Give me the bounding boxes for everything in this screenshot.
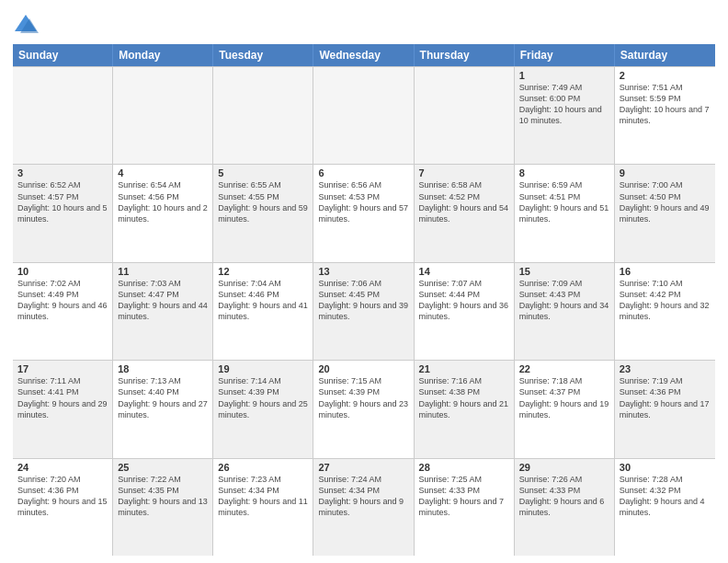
calendar-cell-30: 30Sunrise: 7:28 AM Sunset: 4:32 PM Dayli… (615, 459, 715, 556)
calendar-cell-11: 11Sunrise: 7:03 AM Sunset: 4:47 PM Dayli… (113, 263, 213, 360)
day-number: 6 (318, 167, 408, 178)
day-info: Sunrise: 6:55 AM Sunset: 4:55 PM Dayligh… (218, 179, 308, 224)
header-day-saturday: Saturday (615, 44, 715, 66)
day-number: 23 (620, 363, 711, 374)
day-info: Sunrise: 7:00 AM Sunset: 4:50 PM Dayligh… (620, 179, 711, 224)
calendar-cell-12: 12Sunrise: 7:04 AM Sunset: 4:46 PM Dayli… (213, 263, 313, 360)
day-info: Sunrise: 7:19 AM Sunset: 4:36 PM Dayligh… (620, 375, 711, 420)
calendar-cell-15: 15Sunrise: 7:09 AM Sunset: 4:43 PM Dayli… (515, 263, 615, 360)
calendar-cell-empty-3 (313, 67, 414, 164)
day-info: Sunrise: 7:49 AM Sunset: 6:00 PM Dayligh… (519, 82, 609, 127)
day-number: 16 (620, 266, 711, 277)
calendar-cell-25: 25Sunrise: 7:22 AM Sunset: 4:35 PM Dayli… (113, 459, 213, 556)
calendar-cell-9: 9Sunrise: 7:00 AM Sunset: 4:50 PM Daylig… (615, 165, 715, 261)
day-number: 5 (218, 167, 308, 178)
day-number: 30 (620, 462, 711, 473)
calendar-cell-4: 4Sunrise: 6:54 AM Sunset: 4:56 PM Daylig… (113, 165, 213, 261)
day-number: 14 (419, 266, 509, 277)
calendar-cell-1: 1Sunrise: 7:49 AM Sunset: 6:00 PM Daylig… (515, 67, 615, 164)
day-info: Sunrise: 6:54 AM Sunset: 4:56 PM Dayligh… (118, 179, 208, 224)
calendar-row-4: 24Sunrise: 7:20 AM Sunset: 4:36 PM Dayli… (13, 459, 715, 556)
calendar-row-3: 17Sunrise: 7:11 AM Sunset: 4:41 PM Dayli… (13, 361, 715, 458)
day-info: Sunrise: 7:51 AM Sunset: 5:59 PM Dayligh… (620, 82, 711, 127)
day-number: 10 (17, 266, 108, 277)
calendar-cell-7: 7Sunrise: 6:58 AM Sunset: 4:52 PM Daylig… (415, 165, 515, 261)
calendar-cell-18: 18Sunrise: 7:13 AM Sunset: 4:40 PM Dayli… (113, 361, 213, 457)
day-number: 7 (419, 167, 509, 178)
calendar-cell-27: 27Sunrise: 7:24 AM Sunset: 4:34 PM Dayli… (313, 459, 414, 556)
day-info: Sunrise: 7:22 AM Sunset: 4:35 PM Dayligh… (118, 474, 208, 519)
calendar-cell-19: 19Sunrise: 7:14 AM Sunset: 4:39 PM Dayli… (213, 361, 313, 457)
calendar-cell-2: 2Sunrise: 7:51 AM Sunset: 5:59 PM Daylig… (615, 67, 715, 164)
day-info: Sunrise: 6:56 AM Sunset: 4:53 PM Dayligh… (318, 179, 408, 224)
day-info: Sunrise: 7:16 AM Sunset: 4:38 PM Dayligh… (419, 375, 509, 420)
calendar-cell-24: 24Sunrise: 7:20 AM Sunset: 4:36 PM Dayli… (13, 459, 113, 556)
calendar-cell-empty-1 (113, 67, 213, 164)
day-info: Sunrise: 7:20 AM Sunset: 4:36 PM Dayligh… (17, 474, 108, 519)
calendar-body: 1Sunrise: 7:49 AM Sunset: 6:00 PM Daylig… (13, 66, 715, 556)
calendar-cell-14: 14Sunrise: 7:07 AM Sunset: 4:44 PM Dayli… (415, 263, 515, 360)
calendar-cell-8: 8Sunrise: 6:59 AM Sunset: 4:51 PM Daylig… (515, 165, 615, 261)
day-number: 27 (318, 462, 408, 473)
day-number: 12 (218, 266, 308, 277)
day-info: Sunrise: 7:03 AM Sunset: 4:47 PM Dayligh… (118, 278, 208, 323)
page: SundayMondayTuesdayWednesdayThursdayFrid… (0, 0, 728, 563)
day-number: 20 (318, 363, 408, 374)
day-number: 26 (218, 462, 308, 473)
calendar: SundayMondayTuesdayWednesdayThursdayFrid… (13, 44, 715, 556)
day-info: Sunrise: 7:04 AM Sunset: 4:46 PM Dayligh… (218, 278, 308, 323)
header-day-thursday: Thursday (415, 44, 515, 66)
day-number: 18 (118, 363, 208, 374)
day-number: 25 (118, 462, 208, 473)
day-number: 13 (318, 266, 408, 277)
day-info: Sunrise: 7:09 AM Sunset: 4:43 PM Dayligh… (519, 278, 609, 323)
day-info: Sunrise: 7:10 AM Sunset: 4:42 PM Dayligh… (620, 278, 711, 323)
day-number: 3 (17, 167, 108, 178)
day-number: 4 (118, 167, 208, 178)
calendar-cell-16: 16Sunrise: 7:10 AM Sunset: 4:42 PM Dayli… (615, 263, 715, 360)
header-day-wednesday: Wednesday (313, 44, 414, 66)
calendar-cell-empty-4 (415, 67, 515, 164)
day-info: Sunrise: 7:15 AM Sunset: 4:39 PM Dayligh… (318, 375, 408, 420)
calendar-cell-29: 29Sunrise: 7:26 AM Sunset: 4:33 PM Dayli… (515, 459, 615, 556)
day-info: Sunrise: 6:59 AM Sunset: 4:51 PM Dayligh… (519, 179, 609, 224)
day-info: Sunrise: 7:07 AM Sunset: 4:44 PM Dayligh… (419, 278, 509, 323)
calendar-cell-26: 26Sunrise: 7:23 AM Sunset: 4:34 PM Dayli… (213, 459, 313, 556)
calendar-cell-6: 6Sunrise: 6:56 AM Sunset: 4:53 PM Daylig… (313, 165, 414, 261)
day-number: 28 (419, 462, 509, 473)
day-number: 11 (118, 266, 208, 277)
day-number: 17 (17, 363, 108, 374)
header-day-tuesday: Tuesday (213, 44, 313, 66)
header-day-friday: Friday (515, 44, 615, 66)
day-info: Sunrise: 7:02 AM Sunset: 4:49 PM Dayligh… (17, 278, 108, 323)
calendar-row-2: 10Sunrise: 7:02 AM Sunset: 4:49 PM Dayli… (13, 263, 715, 361)
day-number: 2 (620, 70, 711, 81)
day-number: 29 (519, 462, 609, 473)
calendar-cell-10: 10Sunrise: 7:02 AM Sunset: 4:49 PM Dayli… (13, 263, 113, 360)
day-info: Sunrise: 7:14 AM Sunset: 4:39 PM Dayligh… (218, 375, 308, 420)
calendar-cell-3: 3Sunrise: 6:52 AM Sunset: 4:57 PM Daylig… (13, 165, 113, 261)
calendar-row-0: 1Sunrise: 7:49 AM Sunset: 6:00 PM Daylig… (13, 67, 715, 165)
calendar-cell-23: 23Sunrise: 7:19 AM Sunset: 4:36 PM Dayli… (615, 361, 715, 457)
calendar-cell-21: 21Sunrise: 7:16 AM Sunset: 4:38 PM Dayli… (415, 361, 515, 457)
day-number: 1 (519, 70, 609, 81)
calendar-cell-empty-2 (213, 67, 313, 164)
day-number: 15 (519, 266, 609, 277)
logo (13, 13, 41, 39)
day-info: Sunrise: 7:25 AM Sunset: 4:33 PM Dayligh… (419, 474, 509, 519)
calendar-cell-13: 13Sunrise: 7:06 AM Sunset: 4:45 PM Dayli… (313, 263, 414, 360)
day-number: 24 (17, 462, 108, 473)
header (13, 9, 715, 39)
calendar-row-1: 3Sunrise: 6:52 AM Sunset: 4:57 PM Daylig… (13, 165, 715, 262)
header-day-monday: Monday (113, 44, 213, 66)
calendar-cell-17: 17Sunrise: 7:11 AM Sunset: 4:41 PM Dayli… (13, 361, 113, 457)
day-info: Sunrise: 7:13 AM Sunset: 4:40 PM Dayligh… (118, 375, 208, 420)
logo-icon (13, 13, 39, 39)
day-info: Sunrise: 6:52 AM Sunset: 4:57 PM Dayligh… (17, 179, 108, 224)
day-info: Sunrise: 7:28 AM Sunset: 4:32 PM Dayligh… (620, 474, 711, 519)
day-number: 21 (419, 363, 509, 374)
day-number: 19 (218, 363, 308, 374)
calendar-cell-5: 5Sunrise: 6:55 AM Sunset: 4:55 PM Daylig… (213, 165, 313, 261)
day-info: Sunrise: 7:06 AM Sunset: 4:45 PM Dayligh… (318, 278, 408, 323)
day-info: Sunrise: 7:24 AM Sunset: 4:34 PM Dayligh… (318, 474, 408, 519)
